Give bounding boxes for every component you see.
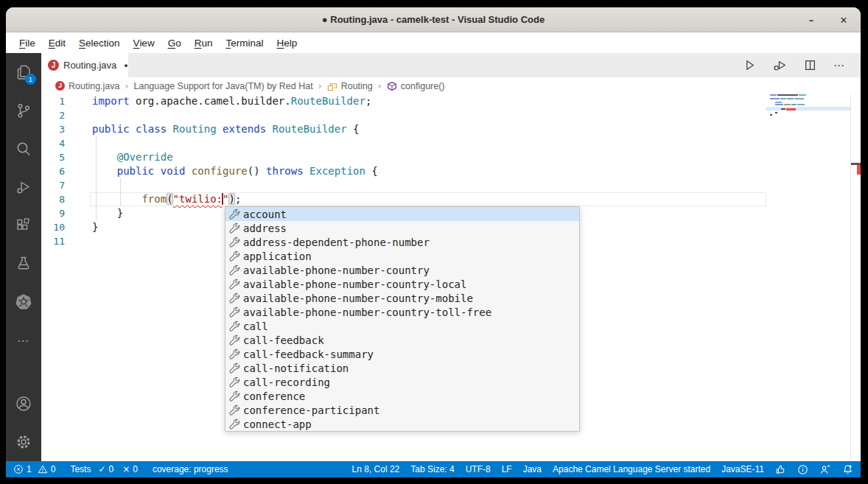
suggest-item-label: call-notification — [243, 362, 349, 374]
encoding-setting[interactable]: UTF-8 — [466, 464, 491, 474]
sidebar-item-kubernetes[interactable] — [6, 283, 41, 321]
menu-help[interactable]: Help — [270, 35, 304, 51]
minimap-error-mark — [786, 108, 796, 111]
title-bar[interactable]: ● Routing.java - camelk-test - Visual St… — [6, 7, 861, 32]
indentation-setting[interactable]: Tab Size: 4 — [410, 464, 454, 474]
menu-terminal[interactable]: Terminal — [219, 35, 270, 51]
code-line-6[interactable]: 6 public void configure() throws Excepti… — [41, 164, 861, 178]
menu-file[interactable]: File — [13, 35, 42, 51]
suggest-item-call-feedback-summary[interactable]: call-feedback-summary — [225, 347, 579, 361]
menu-selection[interactable]: Selection — [72, 35, 127, 51]
code-line-3[interactable]: 3public class Routing extends RouteBuild… — [41, 122, 861, 136]
suggest-item-conference-participant[interactable]: conference-participant — [225, 403, 579, 417]
suggest-item-connect-app[interactable]: connect-app — [225, 417, 579, 431]
symbol-property-icon — [228, 292, 240, 304]
code-line-5[interactable]: 5 @Override — [41, 150, 861, 164]
cursor-position[interactable]: Ln 8, Col 22 — [352, 464, 400, 474]
status-bar: 1 0 Tests ✓ 0 × 0 coverage: progress — [6, 461, 861, 477]
split-editor-button[interactable] — [804, 59, 816, 71]
sidebar-item-run-and-debug[interactable] — [6, 168, 41, 206]
suggest-item-available-phone-number-country[interactable]: available-phone-number-country — [225, 263, 579, 277]
suggest-item-address-dependent-phone-number[interactable]: address-dependent-phone-number — [225, 235, 579, 249]
close-button[interactable]: ✕ — [837, 15, 850, 26]
language-mode[interactable]: Java — [523, 464, 542, 474]
breadcrumb-class[interactable]: Routing — [327, 81, 373, 91]
suggest-item-call-feedback[interactable]: call-feedback — [225, 333, 579, 347]
java-runtime[interactable]: JavaSE-11 — [721, 464, 764, 474]
suggest-item-application[interactable]: application — [225, 249, 579, 263]
breadcrumb-method[interactable]: configure() — [387, 81, 445, 91]
breadcrumb-file[interactable]: J Routing.java — [55, 81, 120, 91]
suggest-item-label: conference — [243, 390, 305, 402]
code-line-7[interactable]: 7 — [41, 178, 861, 192]
info-button[interactable] — [797, 464, 808, 475]
menu-edit[interactable]: Edit — [42, 35, 72, 51]
feedback-thumbs-button[interactable] — [775, 464, 786, 475]
notifications-button[interactable] — [842, 464, 853, 475]
code-line-2[interactable]: 2 — [41, 108, 861, 122]
line-number: 11 — [41, 234, 65, 248]
suggest-widget: accountaddressaddress-dependent-phone-nu… — [225, 206, 580, 432]
sidebar-item-testing[interactable] — [6, 245, 41, 283]
split-editor-icon — [804, 59, 816, 71]
code-line-4[interactable]: 4 — [41, 136, 861, 150]
overview-ruler[interactable] — [850, 94, 861, 461]
line-content — [65, 178, 92, 192]
modified-dot-icon[interactable]: ● — [124, 62, 127, 69]
sidebar-item-explorer[interactable]: 1 — [6, 53, 41, 91]
symbol-property-icon — [228, 306, 240, 318]
minimize-button[interactable]: – — [805, 15, 818, 26]
menu-go[interactable]: Go — [161, 35, 188, 51]
breadcrumb-extension[interactable]: Language Support for Java(TM) by Red Hat — [134, 81, 313, 91]
suggest-item-label: connect-app — [243, 418, 312, 430]
code-editor[interactable]: 1import org.apache.camel.builder.RouteBu… — [41, 94, 861, 461]
window-controls: – ✕ — [805, 7, 850, 32]
minimap-code-mark — [777, 94, 798, 96]
sidebar-item-extensions[interactable] — [6, 206, 41, 245]
coverage-indicator[interactable]: coverage: progress — [153, 464, 228, 474]
suggest-item-conference[interactable]: conference — [225, 389, 579, 403]
sidebar-item-more[interactable]: ⋯ — [6, 321, 41, 360]
run-button[interactable] — [743, 59, 756, 71]
eol-setting[interactable]: LF — [502, 464, 512, 474]
minimap-code-mark — [780, 98, 786, 99]
symbol-property-icon — [228, 334, 240, 346]
suggest-item-label: available-phone-number-country-toll-free — [243, 306, 491, 318]
tab-routing-java[interactable]: J Routing.java ● — [41, 53, 128, 77]
sidebar-item-source-control[interactable] — [6, 91, 41, 130]
feedback-button[interactable] — [819, 464, 831, 475]
bell-icon — [842, 464, 853, 475]
suggest-item-account[interactable]: account — [225, 207, 579, 221]
run-or-debug-button[interactable] — [773, 59, 787, 71]
code-line-1[interactable]: 1import org.apache.camel.builder.RouteBu… — [41, 94, 861, 108]
check-icon: ✓ — [98, 464, 105, 474]
account-icon — [15, 395, 32, 413]
suggest-item-label: call-recording — [243, 376, 330, 388]
suggest-item-call-recording[interactable]: call-recording — [225, 375, 579, 389]
error-count: 1 — [27, 464, 32, 474]
gear-icon — [15, 433, 32, 451]
minimap-code-mark — [794, 98, 804, 99]
tests-indicator[interactable]: Tests ✓ 0 × 0 — [70, 464, 138, 474]
cross-icon: × — [122, 464, 130, 474]
code-line-8[interactable]: 8 from("twilio:"); — [41, 192, 861, 206]
suggest-item-available-phone-number-country-toll-free[interactable]: available-phone-number-country-toll-free — [225, 305, 579, 319]
suggest-item-call[interactable]: call — [225, 319, 579, 333]
minimap[interactable] — [766, 94, 850, 461]
activity-bar: 1 — [6, 53, 41, 461]
account-button[interactable] — [6, 385, 41, 423]
menu-run[interactable]: Run — [188, 35, 220, 51]
line-content: @Override — [65, 150, 173, 164]
sidebar-item-search[interactable] — [6, 130, 41, 168]
problems-indicator[interactable]: 1 0 — [13, 464, 55, 474]
camel-language-server-status[interactable]: Apache Camel Language Server started — [553, 464, 710, 474]
suggest-item-available-phone-number-country-local[interactable]: available-phone-number-country-local — [225, 277, 579, 291]
suggest-item-available-phone-number-country-mobile[interactable]: available-phone-number-country-mobile — [225, 291, 579, 305]
menu-view[interactable]: View — [127, 35, 161, 51]
suggest-item-label: address-dependent-phone-number — [243, 236, 430, 248]
kubernetes-icon — [14, 292, 33, 312]
suggest-item-call-notification[interactable]: call-notification — [225, 361, 579, 375]
suggest-item-address[interactable]: address — [225, 221, 579, 235]
more-actions-button[interactable]: ⋯ — [833, 59, 844, 72]
settings-button[interactable] — [6, 423, 41, 461]
